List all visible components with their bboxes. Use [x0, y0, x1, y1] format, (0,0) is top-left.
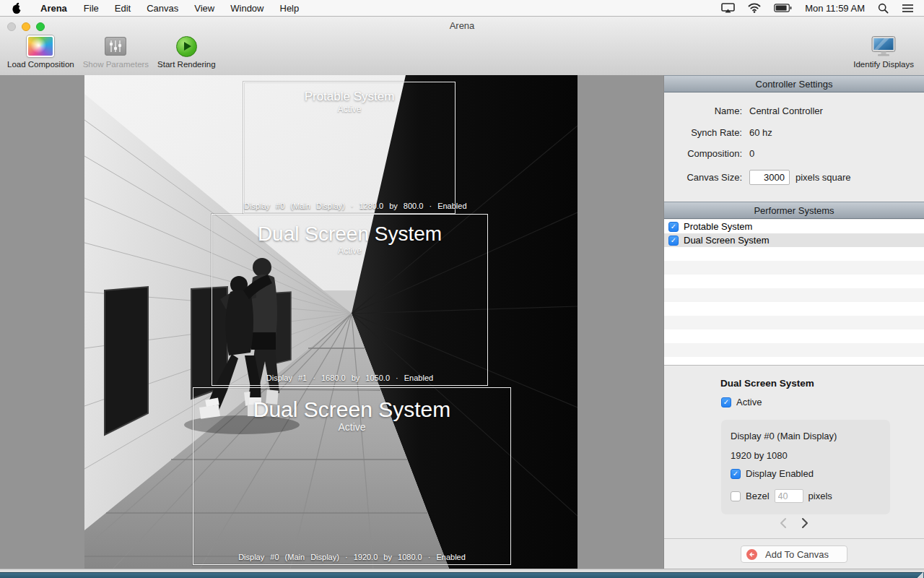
apple-logo-icon	[12, 2, 22, 14]
previous-display-button[interactable]	[777, 517, 789, 530]
load-composition-button[interactable]: Load Composition	[7, 35, 74, 69]
system-detail-panel: Dual Screen System Active Display #0 (Ma…	[664, 366, 924, 538]
menu-view[interactable]: View	[186, 0, 222, 16]
window-chrome: Arena Load Composition	[0, 16, 924, 76]
apple-menu[interactable]	[0, 2, 32, 14]
empty-list-row	[664, 288, 924, 302]
identify-displays-label: Identify Displays	[853, 60, 914, 69]
display-enabled-checkbox[interactable]	[731, 469, 741, 479]
screen: Arena File Edit Canvas View Window Help	[0, 0, 924, 578]
display-mirroring-icon[interactable]	[721, 3, 735, 13]
show-parameters-button[interactable]: Show Parameters	[83, 35, 149, 69]
wifi-icon[interactable]	[748, 3, 761, 13]
start-rendering-icon	[176, 36, 197, 57]
empty-list-row	[664, 275, 924, 288]
system-row-protable[interactable]: Protable System	[664, 220, 924, 233]
panel-footer: Add To Canvas	[664, 538, 924, 569]
menu-file[interactable]: File	[76, 0, 107, 16]
notification-center-icon[interactable]	[902, 4, 914, 13]
bezel-row: Bezel pixels	[731, 489, 832, 503]
menu-bar: Arena File Edit Canvas View Window Help	[0, 0, 924, 17]
display-enabled-label: Display Enabled	[746, 468, 814, 479]
region-footer: Display #0 (Main Display) · 1280.0 by 80…	[244, 202, 455, 210]
main-content: Protable System Active Display #0 (Main …	[0, 75, 924, 569]
resize-grip[interactable]	[916, 572, 923, 578]
region-state: Active	[193, 421, 510, 433]
display-region-dual-screen-display1[interactable]: Dual Screen System Active Display #1 · 1…	[212, 214, 488, 386]
load-composition-icon	[27, 35, 54, 57]
display-region-protable-system[interactable]: Protable System Active Display #0 (Main …	[243, 82, 456, 214]
menu-app-name[interactable]: Arena	[32, 0, 76, 16]
active-label: Active	[736, 397, 762, 407]
controller-settings-header: Controller Settings	[664, 75, 924, 92]
composition-row: Composition: 0	[664, 148, 924, 159]
menu-status-area: Mon 11:59 AM	[721, 3, 924, 14]
region-state: Active	[212, 246, 487, 256]
composition-label: Composition:	[664, 148, 742, 159]
active-row: Active	[721, 397, 762, 407]
add-to-canvas-label: Add To Canvas	[757, 549, 837, 560]
composition-canvas: Protable System Active Display #0 (Main …	[0, 75, 663, 569]
menu-help[interactable]: Help	[272, 0, 308, 16]
load-composition-label: Load Composition	[7, 60, 74, 69]
empty-list-row	[664, 329, 924, 343]
system-label: Dual Screen System	[684, 235, 770, 246]
bezel-input[interactable]	[775, 489, 803, 503]
region-title: Dual Screen System	[193, 397, 510, 421]
empty-list-row	[664, 247, 924, 261]
system-label: Protable System	[684, 221, 752, 232]
window-title: Arena	[0, 20, 924, 31]
region-footer: Display #0 (Main Display) · 1920.0 by 10…	[193, 553, 510, 561]
display-name: Display #0 (Main Display)	[731, 431, 837, 441]
bezel-suffix: pixels	[808, 491, 832, 501]
region-state: Active	[244, 104, 455, 114]
empty-list-row	[664, 302, 924, 316]
menu-edit[interactable]: Edit	[107, 0, 139, 16]
show-parameters-label: Show Parameters	[83, 60, 149, 69]
menu-window[interactable]: Window	[222, 0, 271, 16]
menu-clock[interactable]: Mon 11:59 AM	[805, 3, 865, 14]
add-to-canvas-arrow-icon	[746, 549, 757, 560]
system-checkbox[interactable]	[668, 222, 679, 232]
canvas-size-suffix: pixels square	[796, 172, 851, 183]
empty-list-row	[664, 261, 924, 275]
controller-settings-header-label: Controller Settings	[756, 79, 833, 90]
system-row-dual-screen[interactable]: Dual Screen System	[664, 233, 924, 247]
name-row: Name: Central Controller	[664, 105, 924, 116]
next-display-button[interactable]	[799, 517, 811, 530]
region-title: Dual Screen System	[212, 223, 487, 246]
performer-systems-header-label: Performer Systems	[754, 205, 834, 216]
menu-canvas[interactable]: Canvas	[139, 0, 186, 16]
spotlight-search-icon[interactable]	[878, 3, 889, 14]
empty-list-row	[664, 343, 924, 357]
identify-displays-icon	[870, 35, 897, 57]
start-rendering-label: Start Rendering	[157, 60, 216, 69]
canvas-size-row: Canvas Size: pixels square	[664, 170, 924, 185]
add-to-canvas-button[interactable]: Add To Canvas	[741, 545, 847, 563]
name-value: Central Controller	[749, 105, 823, 116]
bezel-label: Bezel	[746, 491, 770, 501]
synch-rate-row: Synch Rate: 60 hz	[664, 127, 924, 138]
canvas-size-input[interactable]	[749, 170, 790, 185]
identify-displays-button[interactable]: Identify Displays	[853, 35, 914, 69]
performer-systems-header: Performer Systems	[664, 202, 924, 219]
chevron-right-icon	[801, 517, 808, 529]
bezel-checkbox[interactable]	[731, 491, 741, 501]
start-rendering-button[interactable]: Start Rendering	[157, 35, 216, 69]
display-pager	[664, 517, 924, 530]
system-checkbox[interactable]	[668, 236, 679, 246]
active-checkbox[interactable]	[721, 397, 731, 407]
canvas-size-label: Canvas Size:	[664, 172, 742, 183]
name-label: Name:	[664, 105, 742, 116]
region-footer: Display #1 · 1680.0 by 1050.0 · Enabled	[212, 374, 487, 382]
display-region-dual-screen-display0[interactable]: Dual Screen System Active Display #0 (Ma…	[193, 387, 511, 565]
display-card: Display #0 (Main Display) 1920 by 1080 D…	[721, 420, 890, 514]
battery-icon[interactable]	[774, 4, 792, 12]
menu-left: Arena File Edit Canvas View Window Help	[0, 0, 307, 16]
composition-value: 0	[749, 148, 754, 159]
controller-settings-body: Name: Central Controller Synch Rate: 60 …	[664, 93, 924, 202]
toolbar: Load Composition Show	[0, 33, 924, 75]
window-bottom-bar	[0, 572, 924, 578]
show-parameters-icon	[105, 37, 126, 56]
empty-list-row	[664, 357, 924, 366]
